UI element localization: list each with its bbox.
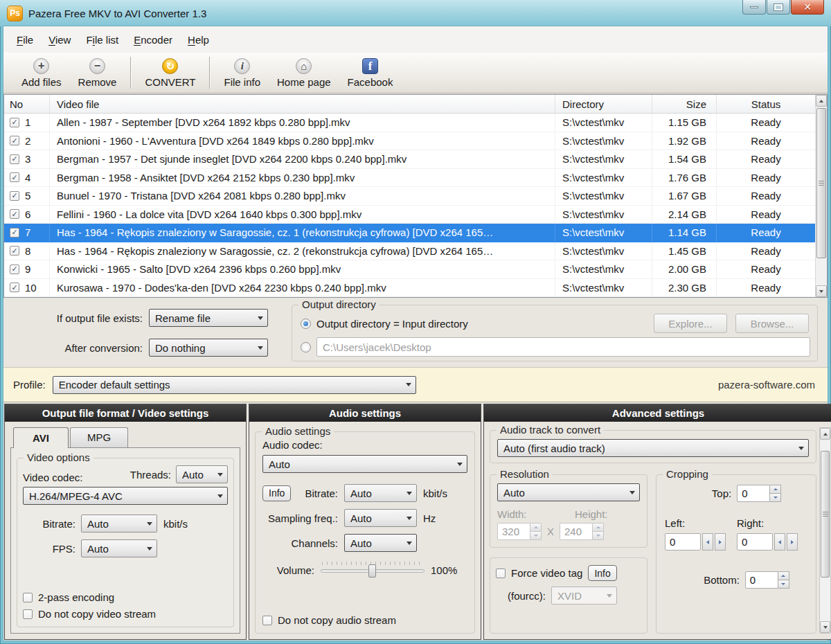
menu-item-encoder[interactable]: Encoder [126, 31, 180, 48]
spin-left-button[interactable] [702, 533, 713, 551]
audio-bitrate-select[interactable]: Auto [344, 484, 417, 502]
tab-avi[interactable]: AVI [13, 427, 69, 448]
resolution-select[interactable]: Auto [497, 483, 640, 501]
audio-codec-select[interactable]: Auto [262, 455, 467, 473]
row-filename: Allen - 1987 - September [DVD x264 1892 … [50, 114, 555, 132]
menu-item-view[interactable]: View [41, 31, 78, 48]
row-checkbox[interactable]: ✓ [10, 209, 19, 219]
spin-up-button[interactable] [593, 523, 604, 532]
spin-right-button[interactable] [787, 533, 798, 551]
column-header-status[interactable]: Status [717, 95, 815, 113]
crop-left-spinner[interactable]: 0 [665, 533, 726, 551]
crop-top-spinner[interactable]: 0 [737, 485, 781, 502]
scroll-up-button[interactable] [816, 95, 827, 107]
fourcc-info-button[interactable]: Info [588, 565, 616, 581]
audio-info-button[interactable]: Info [262, 485, 291, 501]
table-row[interactable]: ✓4Bergman - 1958 - Ansiktet [DVD x264 21… [4, 169, 815, 188]
fourcc-select[interactable]: XVID [551, 587, 617, 605]
scrollbar-track[interactable] [820, 440, 830, 621]
close-button[interactable]: ✕ [791, 0, 824, 15]
convert-button[interactable]: ↻ CONVERT [136, 55, 204, 91]
home-page-button[interactable]: ⌂ Home page [269, 55, 339, 91]
row-checkbox[interactable]: ✓ [10, 191, 19, 201]
file-list-scrollbar[interactable] [815, 95, 827, 297]
output-same-radio[interactable] [301, 319, 311, 329]
column-header-directory[interactable]: Directory [555, 95, 652, 113]
menu-item-file-list[interactable]: File list [78, 31, 126, 48]
table-row[interactable]: ✓2Antonioni - 1960 - L'Avventura [DVD x2… [4, 132, 815, 151]
spin-down-button[interactable] [770, 494, 781, 502]
audio-track-select[interactable]: Auto (first audio track) [497, 439, 809, 457]
spin-down-button[interactable] [593, 532, 604, 540]
row-checkbox[interactable]: ✓ [10, 136, 19, 145]
spin-up-button[interactable] [770, 485, 781, 494]
spin-left-button[interactable] [774, 533, 785, 551]
volume-slider[interactable] [321, 561, 425, 579]
row-size: 1.54 GB [652, 150, 717, 168]
minimize-button[interactable] [742, 0, 766, 15]
spin-down-button[interactable] [778, 580, 789, 589]
column-header-video-file[interactable]: Video file [50, 95, 555, 113]
explore-button[interactable]: Explore... [654, 314, 727, 333]
menu-item-file[interactable]: File [9, 31, 41, 48]
maximize-button[interactable] [767, 0, 790, 15]
menu-item-help[interactable]: Help [180, 31, 217, 48]
tab-mpg[interactable]: MPG [70, 427, 128, 447]
scrollbar-thumb[interactable] [816, 108, 826, 258]
spin-down-button[interactable] [530, 532, 542, 540]
table-row[interactable]: ✓6Fellini - 1960 - La dolce vita [DVD x2… [4, 206, 815, 224]
height-spinner[interactable]: 240 [560, 523, 604, 540]
website-link[interactable]: pazera-software.com [718, 379, 815, 391]
video-codec-select[interactable]: H.264/MPEG-4 AVC [23, 487, 228, 505]
no-copy-video-checkbox[interactable] [23, 609, 33, 619]
table-row[interactable]: ✓1Allen - 1987 - September [DVD x264 189… [4, 114, 815, 132]
after-conversion-select[interactable]: Do nothing [149, 339, 268, 357]
remove-button[interactable]: − Remove [70, 55, 125, 91]
channels-select[interactable]: Auto [344, 534, 417, 552]
crop-right-spinner[interactable]: 0 [737, 533, 798, 551]
video-bitrate-select[interactable]: Auto [81, 515, 157, 533]
row-checkbox[interactable]: ✓ [10, 265, 19, 274]
facebook-button[interactable]: f Facebook [339, 55, 402, 91]
row-checkbox[interactable]: ✓ [10, 246, 19, 256]
table-row[interactable]: ✓5Bunuel - 1970 - Tristana [DVD x264 208… [4, 187, 815, 206]
force-video-tag-checkbox[interactable] [496, 569, 506, 578]
spin-right-button[interactable] [715, 533, 726, 551]
spin-up-button[interactable] [778, 571, 789, 580]
file-info-button[interactable]: i File info [215, 55, 269, 91]
scrollbar-track[interactable] [816, 107, 827, 285]
row-checkbox[interactable]: ✓ [10, 118, 19, 127]
column-header-size[interactable]: Size [652, 95, 717, 113]
no-copy-audio-checkbox[interactable] [262, 616, 272, 625]
row-checkbox[interactable]: ✓ [10, 172, 19, 182]
output-custom-radio[interactable] [301, 342, 311, 352]
fps-select[interactable]: Auto [81, 539, 157, 557]
column-header-no[interactable]: No [4, 95, 50, 113]
table-row[interactable]: ✓3Bergman - 1957 - Det sjunde inseglet [… [4, 150, 815, 169]
sampling-select[interactable]: Auto [344, 509, 417, 527]
table-row[interactable]: ✓9Konwicki - 1965 - Salto [DVD x264 2396… [4, 260, 815, 279]
volume-slider-thumb[interactable] [368, 564, 376, 578]
advanced-panel-scrollbar[interactable] [819, 427, 831, 634]
scroll-down-button[interactable] [820, 621, 830, 633]
output-path-input[interactable]: C:\Users\jacek\Desktop [316, 337, 810, 357]
if-exists-select[interactable]: Rename file [149, 309, 268, 327]
table-row[interactable]: ✓7Has - 1964 - Rękopis znaleziony w Sara… [4, 224, 815, 242]
scroll-down-button[interactable] [816, 285, 827, 297]
add-files-button[interactable]: + Add files [13, 55, 70, 91]
spin-up-button[interactable] [530, 523, 542, 532]
scrollbar-thumb[interactable] [821, 451, 830, 578]
if-exists-label: If output file exists: [10, 312, 149, 324]
width-spinner[interactable]: 320 [497, 523, 542, 540]
table-row[interactable]: ✓8Has - 1964 - Rękopis znaleziony w Sara… [4, 242, 815, 261]
row-checkbox[interactable]: ✓ [10, 283, 19, 292]
row-checkbox[interactable]: ✓ [10, 154, 19, 164]
threads-select[interactable]: Auto [176, 465, 228, 483]
row-checkbox[interactable]: ✓ [10, 228, 19, 238]
two-pass-checkbox[interactable] [23, 593, 33, 602]
profile-select[interactable]: Encoder default settings [53, 376, 416, 394]
scroll-up-button[interactable] [820, 428, 830, 440]
browse-button[interactable]: Browse... [735, 314, 809, 333]
crop-bottom-spinner[interactable]: 0 [745, 571, 789, 589]
table-row[interactable]: ✓10Kurosawa - 1970 - Dodes'ka-den [DVD x… [4, 279, 815, 298]
